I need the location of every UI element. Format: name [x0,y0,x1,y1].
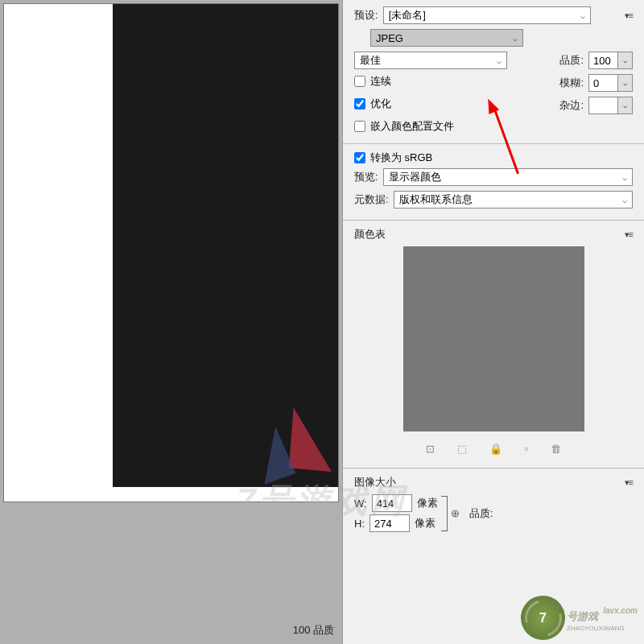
quality-label: 品质: [559,53,584,68]
chevron-down-icon: ⌵ [622,173,627,182]
metadata-value: 版权和联系信息 [399,192,473,207]
preview-label: 预览: [354,170,378,184]
checkbox-input[interactable] [354,98,365,109]
lock-icon[interactable]: 🔒 [489,443,502,455]
height-input[interactable]: 274 [369,514,410,532]
options-panel: 预设: [未命名] ⌵ ▾≡ JPEG ⌵ 最佳 ⌵ [342,0,644,644]
status-bar: 100 品质 [293,623,334,638]
blur-value: 0 [589,77,617,89]
watermark-badge: 7 号游戏 lavx.com ZHAOYOUXIWANG [521,596,638,640]
convert-srgb-checkbox[interactable]: 转换为 sRGB [354,151,633,165]
height-value: 274 [374,518,392,530]
checkbox-label: 嵌入颜色配置文件 [370,119,454,134]
flyout-menu-icon[interactable]: ▾≡ [625,477,633,488]
color-table-toolbar: ⊡ ⬚ 🔒 ▫ 🗑 [354,436,633,461]
link-icon[interactable]: ⊕ [451,507,460,519]
format-value: JPEG [376,32,403,44]
chevron-down-icon[interactable]: ⌵ [617,75,632,91]
trash-icon[interactable]: 🗑 [551,443,561,455]
blur-spinner[interactable]: 0 ⌵ [588,74,633,92]
preview-area: 100 品质 [0,0,342,644]
eyedropper-icon[interactable]: ⊡ [426,443,435,455]
chevron-down-icon[interactable]: ⌵ [617,97,632,114]
preset-label: 预设: [354,8,378,23]
checkbox-label: 优化 [370,97,391,111]
preview-value: 显示器颜色 [389,170,441,184]
chevron-down-icon: ⌵ [580,11,585,20]
height-label: H: [354,518,365,530]
link-bracket-icon [441,496,448,531]
format-select[interactable]: JPEG ⌵ [370,29,523,47]
image-size-title: 图像大小 [354,475,396,489]
blur-label: 模糊: [559,76,584,90]
quality-value: 100 [589,55,617,67]
metadata-label: 元数据: [354,192,389,207]
embed-profile-checkbox[interactable]: 嵌入颜色配置文件 [354,119,633,134]
width-value: 414 [377,497,394,510]
matte-color [589,97,617,114]
flyout-menu-icon[interactable]: ▾≡ [625,229,633,240]
chevron-down-icon[interactable]: ⌵ [617,52,632,68]
checkbox-label: 转换为 sRGB [370,151,432,165]
preview-select[interactable]: 显示器颜色 ⌵ [383,168,633,186]
checkbox-input[interactable] [354,152,365,163]
quality-label: 品质: [469,506,493,521]
watermark-logo-icon: 7 [521,596,565,640]
optimized-checkbox[interactable]: 优化 [354,97,507,111]
color-table-title: 颜色表 [354,227,386,242]
matte-swatch[interactable]: ⌵ [588,97,633,114]
zoom-value: 100 [293,624,311,636]
metadata-select[interactable]: 版权和联系信息 ⌵ [394,191,633,208]
width-unit: 像素 [417,496,438,510]
preset-select[interactable]: [未命名] ⌵ [383,6,591,24]
preset-value: [未命名] [389,8,426,23]
checkbox-input[interactable] [354,121,365,132]
quality-mode-select[interactable]: 最佳 ⌵ [354,52,507,69]
new-icon[interactable]: ▫ [525,443,529,455]
watermark-brand: 号游戏 lavx.com [567,604,638,625]
status-label: 品质 [313,624,334,636]
preview-canvas [113,4,338,487]
chevron-down-icon: ⌵ [622,196,627,204]
matte-label: 杂边: [559,98,584,113]
flyout-menu-icon[interactable]: ▾≡ [625,10,633,21]
artwork-shape [260,421,296,485]
progressive-checkbox[interactable]: 连续 [354,74,507,89]
chevron-down-icon: ⌵ [513,34,518,43]
height-unit: 像素 [415,516,436,530]
width-input[interactable]: 414 [372,494,412,512]
color-table-grid[interactable] [403,246,584,431]
quality-mode-value: 最佳 [360,53,381,68]
chevron-down-icon: ⌵ [497,56,502,65]
preview-frame [3,3,339,502]
watermark-sub: ZHAOYOUXIWANG [567,625,638,632]
checkbox-label: 连续 [370,74,391,89]
quality-spinner[interactable]: 100 ⌵ [588,52,633,69]
width-label: W: [354,497,367,510]
cube-icon[interactable]: ⬚ [457,443,467,455]
watermark-num: 7 [539,611,547,625]
checkbox-input[interactable] [354,76,365,87]
